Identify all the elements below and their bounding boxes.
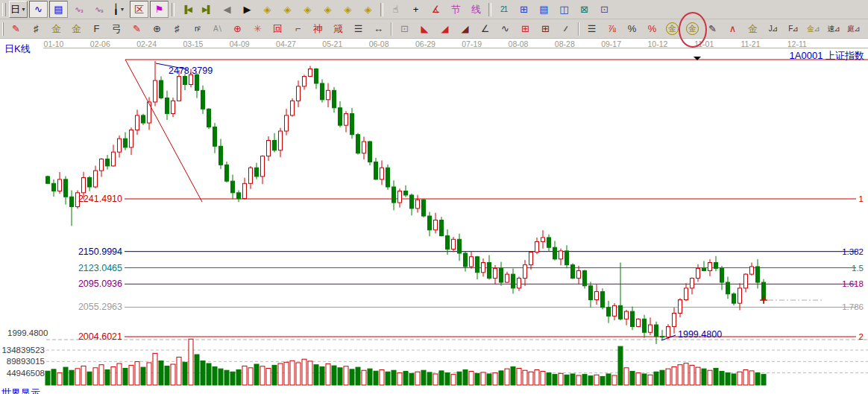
volume-bar	[576, 375, 581, 385]
candle-body	[243, 183, 247, 198]
candlesticks	[46, 61, 766, 344]
volume-bar	[260, 366, 265, 385]
volume-bar	[242, 366, 247, 385]
volume-bar	[81, 366, 86, 385]
volume-bar	[147, 363, 151, 385]
candle-body	[673, 313, 676, 326]
fib-level-lines	[46, 199, 868, 340]
volume-bar	[75, 369, 80, 385]
fib-ratio-label: 1.618	[842, 279, 864, 288]
volume-bar	[743, 370, 748, 385]
volume-bar	[344, 366, 348, 385]
volume-bar	[738, 372, 742, 385]
candle-body	[422, 200, 426, 216]
candle-body	[189, 74, 193, 84]
candle-body	[494, 268, 497, 278]
volume-bar	[421, 370, 426, 385]
volume-bar	[254, 364, 259, 385]
volume-bar	[266, 368, 271, 385]
volume-bar	[248, 368, 253, 385]
candle-body	[285, 115, 289, 131]
candle-body	[619, 305, 623, 319]
volume-bar	[696, 367, 700, 385]
candle-body	[52, 183, 56, 191]
candle-body	[512, 274, 515, 288]
price-level-label: 2055.2963	[78, 302, 122, 312]
candle-body	[691, 279, 694, 288]
volume-bar	[320, 366, 324, 385]
volume-bar	[529, 372, 533, 385]
candle-body	[166, 98, 169, 113]
charting-app-window: 日▼∿▤∿₃∿₉╽▼区⚑▐◀▶▌◀▶◈◈◈◈◈◈☝+∡节线21⊞▤◫⊠⊡ ✎♯金…	[0, 0, 868, 394]
candle-body	[655, 325, 658, 337]
volume-bar	[469, 372, 474, 385]
fib-ratio-label: 1.5	[852, 264, 864, 273]
price-level-label: 2004.6021	[78, 331, 122, 342]
candle-body	[547, 238, 551, 247]
volume-bar	[708, 370, 712, 385]
volume-bar	[624, 368, 629, 385]
candle-body	[529, 252, 533, 264]
candle-body	[368, 142, 372, 162]
high-price-annotation: 2478.3799	[169, 66, 213, 76]
candle-body	[172, 101, 175, 113]
volume-bar	[386, 372, 390, 385]
volume-bar	[93, 368, 98, 385]
volume-bar	[374, 371, 378, 385]
candle-body	[625, 311, 629, 319]
volume-bar	[189, 339, 193, 385]
volume-bar	[195, 355, 199, 385]
volume-bar	[332, 366, 336, 385]
volume-bar	[553, 375, 557, 385]
fib-ratio-label: 1.382	[842, 247, 864, 256]
volume-bar	[612, 375, 617, 385]
candle-body	[535, 241, 539, 252]
volume-bar	[559, 373, 563, 385]
candle-body	[637, 319, 641, 326]
volume-bar	[588, 376, 593, 385]
candle-body	[559, 251, 563, 259]
candle-body	[708, 263, 712, 271]
volume-bar	[660, 370, 664, 385]
candle-body	[201, 90, 205, 109]
chart-canvas[interactable]: 2478.37991999.48001348395238989301544946…	[0, 0, 868, 394]
candle-body	[553, 247, 557, 259]
candle-body	[756, 267, 760, 282]
candle-body	[333, 90, 336, 107]
volume-bar	[690, 365, 694, 385]
candle-body	[649, 325, 652, 332]
candle-body	[339, 108, 342, 125]
volume-bar	[111, 366, 116, 385]
candle-body	[720, 268, 724, 282]
fib-ratio-label: 1.786	[842, 302, 864, 311]
price-level-label: 2095.0936	[78, 279, 122, 289]
fib-ratio-label: 2	[859, 332, 864, 341]
volume-bar	[51, 369, 56, 385]
volume-bar	[63, 367, 68, 385]
volume-bar	[362, 370, 366, 385]
volume-bar	[224, 370, 229, 385]
volume-bar	[720, 372, 724, 385]
candle-body	[88, 177, 92, 186]
period-label: 日K线	[4, 42, 31, 56]
volume-bar	[493, 373, 497, 385]
candle-body	[345, 114, 348, 126]
volume-bar	[517, 368, 521, 385]
volume-bar	[350, 369, 354, 385]
volume-bar	[535, 370, 539, 385]
candle-body	[452, 239, 456, 249]
volume-bar	[278, 363, 283, 385]
candle-body	[446, 236, 450, 250]
volume-bars	[45, 339, 766, 385]
candle-body	[136, 115, 139, 130]
candle-body	[696, 268, 700, 278]
candle-body	[112, 152, 116, 166]
volume-bar	[141, 367, 145, 385]
volume-bar	[391, 370, 396, 385]
candle-body	[106, 159, 110, 165]
volume-bar	[45, 371, 50, 385]
candle-body	[82, 177, 86, 192]
candle-body	[195, 74, 199, 90]
candle-body	[458, 239, 462, 253]
volume-bar	[296, 363, 301, 385]
